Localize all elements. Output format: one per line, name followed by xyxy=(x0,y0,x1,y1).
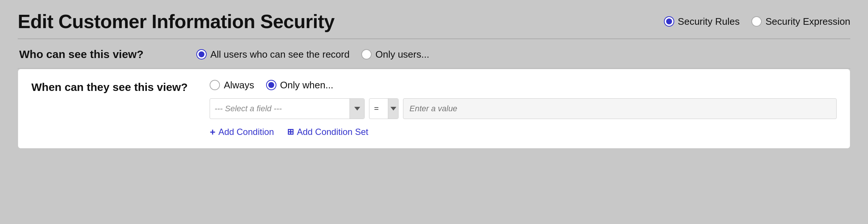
plus-icon: + xyxy=(210,126,215,138)
radio-circle-always[interactable] xyxy=(210,80,220,90)
chevron-down-icon xyxy=(354,107,360,111)
select-field-wrapper[interactable]: --- Select a field --- xyxy=(210,98,365,119)
value-input[interactable] xyxy=(403,98,837,119)
radio-label-always: Always xyxy=(224,79,254,91)
add-buttons-row: + Add Condition ⊞ Add Condition Set xyxy=(210,126,837,138)
add-condition-set-button[interactable]: ⊞ Add Condition Set xyxy=(287,127,368,137)
page-container: Edit Customer Information Security Secur… xyxy=(0,0,868,224)
when-section-label: When can they see this view? xyxy=(31,79,187,94)
select-field-dropdown-button[interactable] xyxy=(349,99,364,119)
radio-circle-security-expression[interactable] xyxy=(751,16,762,27)
radio-label-security-expression: Security Expression xyxy=(765,16,850,27)
radio-option-only-when[interactable]: Only when... xyxy=(266,79,334,91)
radio-circle-only-when[interactable] xyxy=(266,80,276,90)
radio-label-only-when: Only when... xyxy=(280,79,334,91)
radio-option-only-users[interactable]: Only users... xyxy=(361,49,429,60)
add-condition-button[interactable]: + Add Condition xyxy=(210,126,274,138)
grid-plus-icon: ⊞ xyxy=(287,127,294,137)
radio-label-only-users: Only users... xyxy=(375,49,429,60)
who-section-label: Who can see this view? xyxy=(19,48,167,61)
add-condition-label: Add Condition xyxy=(218,127,274,137)
when-card: When can they see this view? Always Only… xyxy=(18,69,850,149)
add-condition-set-label: Add Condition Set xyxy=(297,127,368,137)
operator-dropdown-button[interactable] xyxy=(388,99,398,119)
radio-circle-security-rules[interactable] xyxy=(664,16,674,27)
operator-equals: = xyxy=(374,104,385,113)
view-mode-radio-group: Security Rules Security Expression xyxy=(664,16,850,27)
radio-circle-all-users[interactable] xyxy=(196,49,207,60)
radio-label-all-users: All users who can see the record xyxy=(210,49,349,60)
radio-circle-only-users[interactable] xyxy=(361,49,372,60)
page-title: Edit Customer Information Security xyxy=(18,10,334,33)
radio-option-security-rules[interactable]: Security Rules xyxy=(664,16,740,27)
who-radio-group: All users who can see the record Only us… xyxy=(196,49,429,60)
select-field-placeholder: --- Select a field --- xyxy=(214,104,349,113)
when-content: Always Only when... --- Select a field -… xyxy=(210,79,837,138)
header-divider xyxy=(18,38,850,39)
radio-option-always[interactable]: Always xyxy=(210,79,254,91)
radio-option-security-expression[interactable]: Security Expression xyxy=(751,16,850,27)
when-radio-row: Always Only when... xyxy=(210,79,837,91)
condition-row: --- Select a field --- = xyxy=(210,98,837,119)
operator-wrapper[interactable]: = xyxy=(369,98,399,119)
radio-option-all-users[interactable]: All users who can see the record xyxy=(196,49,349,60)
radio-label-security-rules: Security Rules xyxy=(678,16,740,27)
header-row: Edit Customer Information Security Secur… xyxy=(18,10,850,33)
chevron-down-icon xyxy=(390,107,396,111)
who-section: Who can see this view? All users who can… xyxy=(18,48,850,61)
